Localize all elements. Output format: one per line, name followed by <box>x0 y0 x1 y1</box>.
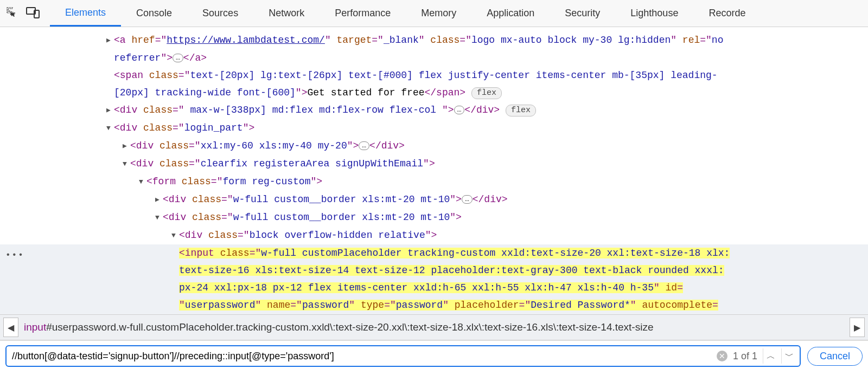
search-prev-icon[interactable]: ︿ <box>763 348 776 364</box>
search-bar: ✕ 1 of 1 ︿ ﹀ Cancel <box>0 340 868 371</box>
tab-memory[interactable]: Memory <box>406 0 471 27</box>
tab-security[interactable]: Security <box>550 0 615 27</box>
flex-badge[interactable]: flex <box>471 87 502 99</box>
breadcrumb-path[interactable]: input#userpassword.w-full.customPlacehol… <box>18 321 850 333</box>
tab-sources[interactable]: Sources <box>187 0 253 27</box>
row-menu-dots-icon[interactable]: ••• <box>5 247 24 264</box>
devtools-toolbar: Elements Console Sources Network Perform… <box>0 0 868 27</box>
cancel-button[interactable]: Cancel <box>807 347 863 366</box>
breadcrumb-scroll-right[interactable]: ▶ <box>850 318 865 337</box>
ellipsis-icon[interactable]: … <box>454 106 465 114</box>
clear-search-icon[interactable]: ✕ <box>717 351 727 361</box>
flex-badge[interactable]: flex <box>506 105 536 117</box>
devtools-tabs: Elements Console Sources Network Perform… <box>50 0 761 27</box>
dom-node-block[interactable]: ▼<div class="block overflow-hidden relat… <box>0 227 868 244</box>
disclosure-collapsed-icon[interactable]: ▶ <box>106 32 114 49</box>
ellipsis-icon[interactable]: … <box>173 54 183 62</box>
disclosure-expanded-icon[interactable]: ▼ <box>123 156 130 173</box>
disclosure-collapsed-icon[interactable]: ▶ <box>155 191 163 209</box>
dom-node-div-maxw[interactable]: ▶<div class=" max-w-[338px] md:flex md:f… <box>0 101 868 119</box>
dom-node-form[interactable]: ▼<form class="form reg-custom"> <box>0 173 868 191</box>
disclosure-expanded-icon[interactable]: ▼ <box>171 227 179 244</box>
tab-performance[interactable]: Performance <box>320 0 406 27</box>
inspect-icon[interactable] <box>5 6 18 21</box>
dom-node-span[interactable]: <span class="text-[20px] lg:text-[26px] … <box>0 67 868 84</box>
tab-application[interactable]: Application <box>471 0 550 27</box>
dom-tree[interactable]: ▶<a href="https://www.lambdatest.com/" t… <box>0 27 868 314</box>
dom-node-wfull-2[interactable]: ▼<div class="w-full custom__border xls:m… <box>0 209 868 227</box>
tab-elements[interactable]: Elements <box>50 0 121 27</box>
disclosure-collapsed-icon[interactable]: ▶ <box>123 138 130 155</box>
disclosure-expanded-icon[interactable]: ▼ <box>106 120 114 137</box>
dom-node-span-wrap[interactable]: [20px] tracking-wide font-[600]">Get sta… <box>0 84 868 101</box>
dom-node-anchor-wrap[interactable]: referrer">…</a> <box>0 49 868 67</box>
xpath-search-input[interactable] <box>12 351 717 362</box>
disclosure-expanded-icon[interactable]: ▼ <box>155 209 163 227</box>
search-next-icon[interactable]: ﹀ <box>781 348 794 364</box>
device-toolbar-icon[interactable] <box>26 7 40 20</box>
breadcrumb-scroll-left[interactable]: ◀ <box>3 318 18 337</box>
tab-network[interactable]: Network <box>253 0 320 27</box>
tab-lighthouse[interactable]: Lighthouse <box>615 0 693 27</box>
toolbar-left-icons <box>5 6 50 21</box>
breadcrumb-bar: ◀ input#userpassword.w-full.customPlaceh… <box>0 314 868 340</box>
dom-node-login-part[interactable]: ▼<div class="login_part"> <box>0 119 868 137</box>
dom-node-anchor[interactable]: ▶<a href="https://www.lambdatest.com/" t… <box>0 31 868 49</box>
search-match-count: 1 of 1 <box>733 351 757 362</box>
dom-node-wfull-1[interactable]: ▶<div class="w-full custom__border xls:m… <box>0 191 868 209</box>
ellipsis-icon[interactable]: … <box>359 141 369 150</box>
tab-recorder[interactable]: Recorde <box>693 0 761 27</box>
disclosure-expanded-icon[interactable]: ▼ <box>139 173 146 191</box>
dom-node-clearfix[interactable]: ▼<div class="clearfix registeraArea sign… <box>0 155 868 173</box>
dom-node-my60[interactable]: ▶<div class="xxl:my-60 xls:my-40 my-20">… <box>0 137 868 155</box>
ellipsis-icon[interactable]: … <box>462 195 473 204</box>
dom-node-input-selected[interactable]: ••• <input class="w-full customPlacehold… <box>0 244 868 314</box>
search-input-wrap: ✕ 1 of 1 ︿ ﹀ <box>5 345 801 367</box>
tab-console[interactable]: Console <box>121 0 187 27</box>
disclosure-collapsed-icon[interactable]: ▶ <box>106 102 114 119</box>
